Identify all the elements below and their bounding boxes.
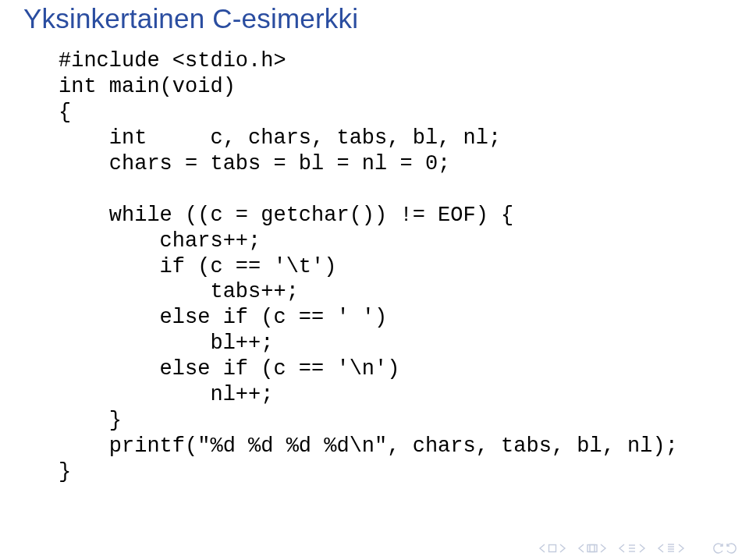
code-line: int c, chars, tabs, bl, nl; xyxy=(59,126,501,150)
code-line: chars++; xyxy=(59,229,261,253)
code-line: while ((c = getchar()) != EOF) { xyxy=(59,204,513,227)
code-line: bl++; xyxy=(59,331,273,355)
code-line: nl++; xyxy=(59,383,273,406)
nav-prev-doc-icon xyxy=(657,544,665,553)
svg-rect-2 xyxy=(590,545,597,552)
code-line: else if (c == ' ') xyxy=(59,306,387,329)
nav-prev-section-icon xyxy=(618,544,626,553)
svg-rect-0 xyxy=(549,545,556,552)
slide-title: Yksinkertainen C-esimerkki xyxy=(23,0,726,48)
nav-section-icon xyxy=(627,543,637,554)
nav-next-frame-icon xyxy=(599,544,607,553)
code-block: #include <stdio.h> int main(void) { int … xyxy=(59,48,726,485)
slide: Yksinkertainen C-esimerkki #include <std… xyxy=(0,0,749,560)
code-line: int main(void) xyxy=(59,75,236,98)
nav-doc-icon xyxy=(666,543,676,554)
nav-section-group[interactable] xyxy=(618,543,646,554)
nav-next-section-icon xyxy=(638,544,646,553)
nav-doc-group[interactable] xyxy=(657,543,685,554)
beamer-navbar xyxy=(538,543,738,554)
code-line: { xyxy=(59,101,71,124)
code-line: printf("%d %d %d %d\n", chars, tabs, bl,… xyxy=(59,434,678,458)
code-line: } xyxy=(59,409,122,432)
code-line: chars = tabs = bl = nl = 0; xyxy=(59,152,450,175)
code-line: } xyxy=(59,460,71,484)
code-line: if (c == '\t') xyxy=(59,255,336,278)
nav-frame-icon xyxy=(587,544,598,553)
code-line: #include <stdio.h> xyxy=(59,49,286,73)
nav-frame-group[interactable] xyxy=(577,544,607,553)
nav-slide-icon xyxy=(548,544,557,553)
nav-prev-frame-icon xyxy=(577,544,585,553)
nav-slide-group[interactable] xyxy=(538,544,566,553)
nav-prev-slide-icon xyxy=(538,544,546,553)
nav-next-doc-icon xyxy=(677,544,685,553)
nav-forward-icon xyxy=(726,543,738,554)
nav-next-slide-icon xyxy=(559,544,566,553)
code-line: tabs++; xyxy=(59,280,299,303)
code-line: else if (c == '\n') xyxy=(59,357,399,381)
nav-back-icon xyxy=(712,543,724,554)
svg-rect-1 xyxy=(587,545,595,552)
nav-back-forward[interactable] xyxy=(712,543,738,554)
